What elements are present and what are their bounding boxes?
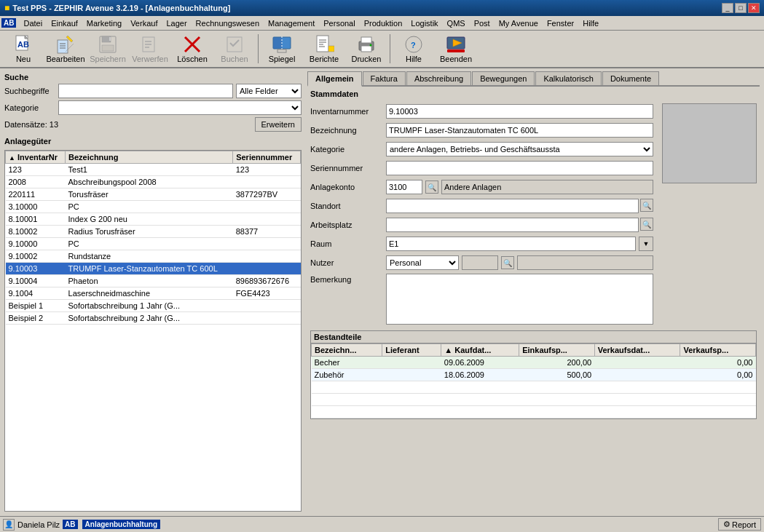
menu-fenster[interactable]: Fenster [543, 17, 578, 29]
bestandteile-table: Bezeichn... Lieferant ▲ Kaufdat... Einka… [311, 344, 756, 418]
felder-select[interactable]: Alle Felder [236, 84, 302, 98]
kategorie-form-select[interactable]: andere Anlagen, Betriebs- und Geschäftsa… [386, 142, 653, 156]
col-seriennummer[interactable]: Seriennummer [233, 151, 301, 164]
bt-col-kaufdat[interactable]: ▲ Kaufdat... [441, 344, 519, 357]
close-button[interactable]: ✕ [748, 3, 760, 13]
report-label: Report [732, 520, 756, 529]
maximize-button[interactable]: □ [735, 3, 747, 13]
erweitern-button[interactable]: Erweitern [255, 117, 302, 132]
table-row[interactable]: 123Test1123 [6, 164, 301, 176]
menu-datei[interactable]: Datei [19, 17, 47, 29]
seriennummer-row: Seriennummer [310, 160, 653, 176]
list-item[interactable] [312, 394, 756, 406]
raum-input[interactable] [386, 237, 636, 251]
standort-input[interactable] [386, 199, 639, 213]
menu-qms[interactable]: QMS [443, 17, 470, 29]
cell-inventar: Beispiel 2 [6, 312, 66, 325]
tab-allgemein[interactable]: Allgemein [307, 71, 362, 87]
bezeichnung-input[interactable] [386, 123, 653, 138]
beenden-button[interactable]: Beenden [436, 32, 476, 65]
anlagekonto-num-input[interactable] [386, 180, 422, 194]
seriennummer-input[interactable] [386, 161, 653, 175]
stammdaten-label: Stammdaten [310, 90, 757, 98]
menu-personal[interactable]: Personal [319, 17, 359, 29]
col-bezeichnung[interactable]: Bezeichnung [66, 151, 233, 164]
minimize-button[interactable]: _ [722, 3, 733, 13]
tab-dokumente[interactable]: Dokumente [602, 71, 659, 85]
bt-col-lieferant[interactable]: Lieferant [382, 344, 441, 357]
speichern-button[interactable]: Speichern [87, 32, 128, 65]
table-row[interactable]: 2008Abschreibungspool 2008 [6, 176, 301, 188]
arbeitsplatz-input[interactable] [386, 218, 639, 232]
list-item[interactable] [312, 406, 756, 418]
menu-post[interactable]: Post [470, 17, 495, 29]
nutzer-search-btn[interactable]: 🔍 [501, 256, 514, 269]
bemerkung-textarea[interactable] [386, 274, 653, 325]
nutzer-select[interactable]: Personal [386, 255, 459, 270]
table-row[interactable]: 9.1004LaserschneidmaschineFGE4423 [6, 287, 301, 300]
user-icon: 👤 [3, 519, 15, 531]
reports-icon [314, 34, 334, 55]
col-inventar[interactable]: ▲ InventarNr [6, 151, 66, 164]
inventarnummer-input[interactable] [386, 104, 653, 119]
table-row[interactable]: 9.10004Phaeton896893672676 [6, 275, 301, 287]
menu-bar: AB Datei Einkauf Marketing Verkauf Lager… [0, 16, 764, 31]
neu-button[interactable]: AB Neu [3, 32, 44, 65]
table-row[interactable]: 220111Torusfräser3877297BV [6, 188, 301, 201]
bt-col-bezeichnung[interactable]: Bezeichn... [312, 344, 382, 357]
bt-col-einkaufsp[interactable]: Einkaufsp... [519, 344, 594, 357]
cell-bezeichnung: Index G 200 neu [66, 213, 233, 226]
tab-faktura[interactable]: Faktura [363, 71, 406, 85]
menu-rechnungswesen[interactable]: Rechnungswesen [192, 17, 264, 29]
buchen-button[interactable]: Buchen [214, 32, 255, 65]
menu-verkauf[interactable]: Verkauf [126, 17, 162, 29]
asset-table-wrapper[interactable]: ▲ InventarNr Bezeichnung Seriennummer 12… [5, 151, 301, 511]
anlagekonto-search-btn[interactable]: 🔍 [425, 180, 438, 194]
table-row[interactable]: 8.10002Radius Torusfräser88377 [6, 226, 301, 238]
report-button[interactable]: ⚙ Report [718, 518, 761, 531]
table-row[interactable]: 9.10002Rundstanze [6, 250, 301, 263]
menu-lager[interactable]: Lager [162, 17, 191, 29]
nutzer-name-input [517, 255, 653, 270]
table-row[interactable]: 9.10003TRUMPF Laser-Stanzautomaten TC 60… [6, 263, 301, 275]
bt-col-verkaufsdat[interactable]: Verkaufsdat... [594, 344, 680, 357]
tab-bewegungen[interactable]: Bewegungen [472, 71, 535, 85]
list-item[interactable] [312, 381, 756, 394]
menu-logistik[interactable]: Logistik [406, 17, 442, 29]
table-row[interactable]: 9.10000PC [6, 238, 301, 250]
menu-produktion[interactable]: Produktion [360, 17, 407, 29]
hilfe-button[interactable]: ? Hilfe [393, 32, 434, 65]
gear-icon: ⚙ [723, 520, 730, 529]
bearbeiten-button[interactable]: Bearbeiten [45, 32, 86, 65]
nutzer-id-input[interactable] [462, 255, 498, 270]
kategorie-form-label: Kategorie [310, 145, 383, 154]
stammdaten-section: Inventarnummer Bezeichnung Kategorie [310, 103, 757, 325]
verwerfen-button[interactable]: Verwerfen [130, 32, 170, 65]
arbeitsplatz-search-btn[interactable]: 🔍 [640, 218, 653, 231]
raum-dropdown-btn[interactable]: ▼ [639, 237, 653, 251]
table-row[interactable]: 3.10000PC [6, 201, 301, 213]
spiegel-button[interactable]: Spiegel [261, 32, 302, 65]
menu-management[interactable]: Management [264, 17, 319, 29]
table-row[interactable]: Beispiel 2Sofortabschreibung 2 Jahr (G..… [6, 312, 301, 325]
drucken-button[interactable]: Drucken [346, 32, 387, 65]
menu-hilfe[interactable]: Hilfe [578, 17, 603, 29]
asset-table: ▲ InventarNr Bezeichnung Seriennummer 12… [5, 151, 301, 325]
berichte-button[interactable]: Berichte [304, 32, 344, 65]
spiegel-label: Spiegel [269, 55, 296, 63]
loeschen-button[interactable]: Löschen [172, 32, 213, 65]
tab-abschreibung[interactable]: Abschreibung [406, 71, 471, 85]
cell-seriennummer [233, 300, 301, 312]
kategorie-select[interactable] [58, 100, 302, 115]
standort-search-btn[interactable]: 🔍 [640, 199, 653, 212]
menu-myavenue[interactable]: My Avenue [495, 17, 543, 29]
menu-einkauf[interactable]: Einkauf [47, 17, 82, 29]
menu-marketing[interactable]: Marketing [82, 17, 126, 29]
bt-col-verkaufsp[interactable]: Verkaufsp... [680, 344, 756, 357]
tab-kalkulatorisch[interactable]: Kalkulatorisch [535, 71, 601, 85]
table-row[interactable]: Beispiel 1Sofortabschreibung 1 Jahr (G..… [6, 300, 301, 312]
table-row[interactable]: 8.10001Index G 200 neu [6, 213, 301, 226]
list-item[interactable]: Zubehör18.06.2009500,000,00 [312, 369, 756, 381]
list-item[interactable]: Becher09.06.2009200,000,00 [312, 357, 756, 369]
suchbegriffe-input[interactable] [58, 84, 233, 98]
